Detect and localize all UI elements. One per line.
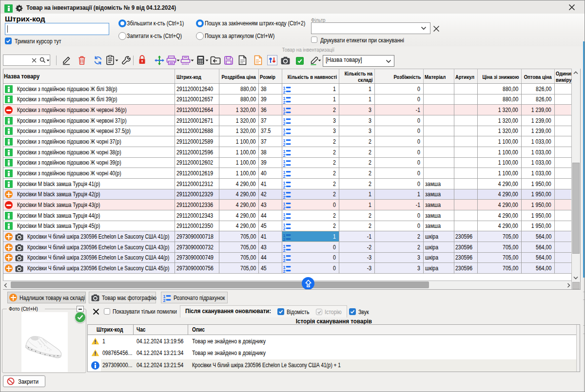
svg-text:2: 2 (283, 163, 286, 167)
svg-text:2: 2 (283, 258, 286, 262)
svg-text:2: 2 (283, 111, 286, 114)
svg-text:2: 2 (283, 237, 286, 241)
svg-text:2: 2 (283, 269, 286, 273)
svg-text:2: 2 (283, 216, 286, 220)
svg-text:2: 2 (283, 185, 286, 188)
svg-text:2: 2 (283, 131, 286, 135)
svg-text:2: 2 (163, 298, 166, 302)
svg-text:2: 2 (283, 248, 286, 252)
svg-text:2: 2 (283, 100, 286, 104)
svg-text:2: 2 (283, 205, 286, 209)
svg-text:2: 2 (283, 153, 286, 157)
svg-text:2: 2 (283, 142, 286, 146)
svg-text:2: 2 (283, 195, 286, 199)
svg-text:2: 2 (283, 121, 286, 125)
svg-text:2: 2 (283, 174, 286, 178)
svg-text:2: 2 (283, 226, 286, 230)
svg-text:2: 2 (283, 90, 286, 93)
